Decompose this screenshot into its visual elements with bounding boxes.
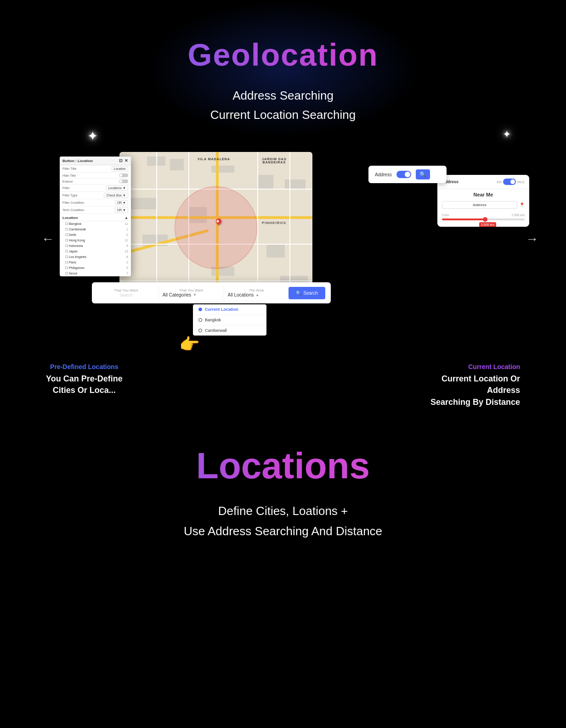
location-checkbox-philippines[interactable]: ☐ Philippines: [65, 266, 85, 270]
location-count-delhi: 0: [126, 233, 128, 237]
location-count-japan: 13: [125, 250, 128, 253]
location-checkbox-losangeles[interactable]: ☐ Los Angeles: [65, 255, 86, 259]
filter-extend-toggle[interactable]: [119, 179, 128, 183]
filter-location-header: Location ▲: [60, 214, 131, 221]
range-tooltip: 3,500 km: [479, 222, 496, 227]
location-checkbox-camberwall[interactable]: ☐ Camberwall: [65, 228, 86, 231]
location-checkbox-indonesia[interactable]: ☐ Indonesia: [65, 244, 83, 248]
filter-hide-toggle[interactable]: [119, 174, 128, 177]
location-count-paris: 2: [126, 261, 128, 264]
left-desc-line2: Cities Or Loca...: [53, 386, 116, 395]
filter-header-icons: ⊡ ✕: [119, 158, 128, 163]
map-block: [211, 166, 234, 173]
filter-close-icon[interactable]: ✕: [125, 158, 128, 163]
mile-label: MILE: [517, 180, 525, 184]
map-background: VILA MADALENA JARDIM DASBANDEIRAS PINHEI…: [119, 152, 312, 303]
filter-location-collapse-icon[interactable]: ▲: [125, 216, 128, 220]
dropdown-item-current[interactable]: Current Location: [193, 304, 266, 315]
list-item-delhi: ☐ Delhi 0: [60, 232, 131, 238]
filter-extend-label: Extend: [62, 180, 73, 183]
location-checkbox-hongkong[interactable]: ☐ Hong Kong: [65, 239, 85, 242]
locations-subtitle-line2: Use Address Searching And Distance: [184, 524, 382, 538]
filter-type-label: Filter Type: [62, 194, 78, 197]
location-checkbox-seoul[interactable]: ☐ Seoul: [65, 272, 77, 275]
filter-panel-title: Button : Location: [62, 159, 93, 163]
location-count-camberwall: 1: [126, 228, 128, 231]
search-what-input[interactable]: Search: [97, 292, 155, 297]
search-category-select[interactable]: All Categories ▼: [163, 292, 220, 297]
filter-row-filter: Filter Locations ▼: [60, 185, 131, 192]
right-tag: Current Location: [410, 363, 520, 370]
near-me-title: Near Me: [437, 189, 529, 199]
range-slider-area: 0 km 7,000 km 3,500 km: [437, 211, 529, 227]
location-checkbox-japan[interactable]: ☐ Japan: [65, 250, 78, 253]
dropdown-item-bangkok[interactable]: Bangkok: [193, 315, 266, 325]
list-item-camberwall: ☐ Camberwall 1: [60, 227, 131, 232]
range-min-label: 0 km: [442, 213, 449, 217]
filter-filter-label: Filter: [62, 186, 70, 190]
list-item-philippines: ☐ Philippines 5: [60, 265, 131, 271]
near-me-header: Address KM MILE: [437, 175, 529, 189]
search-button-label: Search: [303, 291, 318, 296]
list-item-hongkong: ☐ Hong Kong 11: [60, 238, 131, 243]
list-item-bangkok: ☐ Bangkok 11: [60, 221, 131, 227]
map-radius-circle: [175, 186, 257, 269]
locations-subtitle: Define Cities, Loations + Use Address Se…: [0, 501, 566, 541]
filter-row-hide: Hide Title: [60, 173, 131, 179]
left-desc: You Can Pre-Define Cities Or Loca...: [46, 373, 123, 396]
km-mile-toggle-pill[interactable]: [503, 179, 516, 185]
label-block-right: Current Location Current Location Or Add…: [410, 363, 520, 408]
locations-section: Locations Define Cities, Loations + Use …: [0, 408, 566, 569]
location-checkbox-bangkok[interactable]: ☐ Bangkok: [65, 222, 81, 226]
search-icon: 🔍: [296, 291, 301, 296]
search-bar-area: That You Want Search That You Want All C…: [92, 282, 331, 336]
location-count-seoul: 7: [126, 272, 128, 275]
km-label: KM: [497, 180, 502, 184]
list-item-indonesia: ☐ Indonesia 9: [60, 243, 131, 249]
location-dropdown: Current Location Bangkok Camberwall: [193, 304, 266, 336]
road-v3: [257, 152, 258, 303]
search-area-label: The Area: [228, 288, 285, 292]
filter-expand-icon[interactable]: ⊡: [119, 158, 123, 163]
filter-location-title: Location: [62, 216, 78, 220]
filter-term-label: Term Condition: [62, 208, 84, 212]
chevron-down-area-icon: ▲: [255, 293, 259, 297]
filter-term-value: OR ▼: [115, 207, 128, 213]
search-what-label: That You Want: [97, 288, 155, 292]
search-divider-2: [224, 286, 224, 300]
location-checkbox-delhi[interactable]: ☐ Delhi: [65, 233, 76, 237]
search-divider-1: [158, 286, 159, 300]
search-what-placeholder: Search: [119, 293, 133, 297]
filter-row-title: Filter Title Location: [60, 165, 131, 173]
map-block: [170, 159, 184, 170]
search-submit-button[interactable]: 🔍 Search: [289, 287, 325, 299]
locations-title: Locations: [0, 445, 566, 487]
location-checkbox-paris[interactable]: ☐ Paris: [65, 261, 76, 264]
current-location-dot-icon: [198, 308, 202, 311]
filter-row-extend: Extend: [60, 179, 131, 185]
filter-title-label: Filter Title: [62, 167, 76, 170]
map-block: [266, 244, 285, 258]
range-labels: 0 km 7,000 km: [442, 213, 525, 217]
pointing-hand-icon: 👉: [179, 335, 200, 354]
geolocation-section: Geolocation Address Searching Current Lo…: [0, 0, 566, 408]
map-label-jardim: JARDIM DASBANDEIRAS: [262, 157, 287, 164]
locations-subtitle-line1: Define Cities, Loations +: [218, 504, 348, 518]
right-desc-line1: Current Location Or Address: [441, 374, 520, 395]
map-label-pinheiros: PINHEIROS: [262, 221, 286, 225]
address-search-button[interactable]: 🔍: [416, 169, 430, 179]
range-track: 3,500 km: [442, 218, 525, 220]
range-thumb[interactable]: [483, 217, 487, 222]
labels-row: Pre-Defined Locations You Can Pre-Define…: [0, 363, 566, 408]
search-area-select[interactable]: All Locations ▲: [228, 292, 285, 297]
address-toggle[interactable]: [396, 171, 411, 178]
near-me-address-input[interactable]: Address: [442, 201, 517, 209]
map-label-vila: VILA MADALENA: [198, 157, 230, 161]
search-bar: That You Want Search That You Want All C…: [92, 282, 331, 303]
road-v1: [156, 152, 157, 303]
dropdown-bangkok-label: Bangkok: [205, 318, 221, 322]
dropdown-item-camberwall[interactable]: Camberwall: [193, 325, 266, 336]
search-field-category: That You Want All Categories ▼: [163, 288, 220, 297]
map-block: [257, 175, 273, 189]
list-item-japan: ☐ Japan 13: [60, 249, 131, 254]
